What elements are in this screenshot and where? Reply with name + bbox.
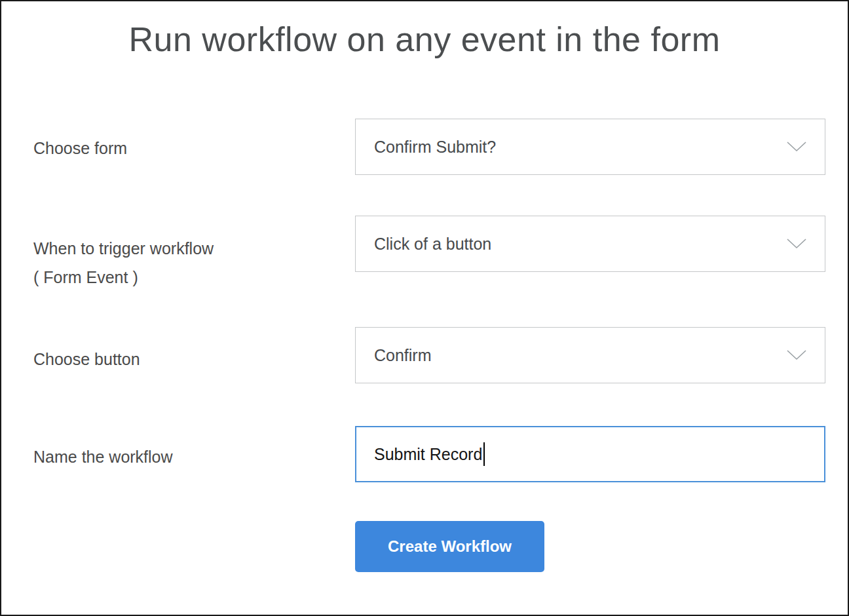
chevron-down-icon (787, 350, 806, 360)
page-title: Run workflow on any event in the form (1, 20, 848, 59)
chevron-down-icon (787, 239, 806, 249)
trigger-event-label-line1: When to trigger workflow (33, 234, 214, 263)
choose-button-dropdown[interactable]: Confirm (355, 327, 825, 383)
trigger-event-selected-value: Click of a button (374, 235, 491, 254)
choose-form-selected-value: Confirm Submit? (374, 138, 496, 157)
chevron-down-icon (787, 142, 806, 152)
trigger-event-label-line2: ( Form Event ) (33, 263, 214, 292)
choose-button-selected-value: Confirm (374, 346, 432, 365)
workflow-name-input[interactable]: Submit Record (355, 426, 825, 482)
create-workflow-button[interactable]: Create Workflow (355, 521, 544, 572)
workflow-name-label: Name the workflow (33, 448, 173, 467)
workflow-name-value: Submit Record (374, 445, 482, 464)
trigger-event-label: When to trigger workflow ( Form Event ) (33, 234, 214, 292)
choose-form-label: Choose form (33, 139, 127, 158)
workflow-create-panel: Run workflow on any event in the form Ch… (0, 0, 849, 616)
trigger-event-dropdown[interactable]: Click of a button (355, 216, 825, 272)
text-cursor (483, 442, 485, 466)
choose-button-label: Choose button (33, 350, 140, 369)
choose-form-dropdown[interactable]: Confirm Submit? (355, 119, 825, 175)
